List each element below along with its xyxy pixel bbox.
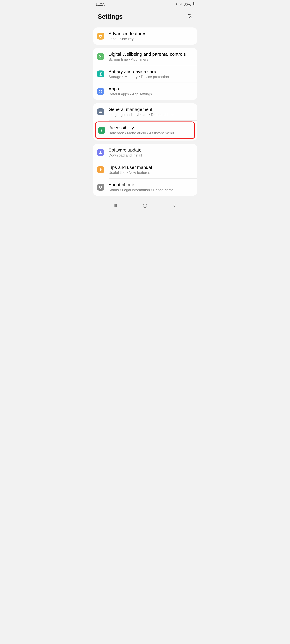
signal-icon [179, 2, 183, 7]
settings-item-text: General management Language and keyboard… [109, 107, 193, 117]
svg-rect-10 [100, 36, 101, 36]
item-title: General management [109, 107, 193, 112]
accessibility-icon [98, 127, 105, 134]
settings-item-text: Digital Wellbeing and parental controls … [109, 52, 193, 62]
status-right: 86% [175, 2, 194, 7]
status-bar: 11:25 86% [92, 0, 198, 8]
item-subtitle: Labs • Side key [109, 37, 193, 41]
update-icon [97, 149, 104, 156]
svg-rect-2 [181, 4, 181, 5]
settings-item-advanced-features[interactable]: Advanced features Labs • Side key [93, 28, 197, 45]
svg-rect-5 [193, 2, 194, 6]
settings-group: General management Language and keyboard… [93, 103, 197, 140]
svg-rect-26 [100, 187, 101, 188]
item-title: Tips and user manual [109, 165, 193, 170]
navigation-bar [92, 199, 198, 212]
tips-icon [97, 166, 104, 173]
item-title: Advanced features [109, 31, 193, 36]
item-title: Apps [109, 86, 193, 92]
svg-point-17 [101, 92, 102, 93]
settings-item-text: Tips and user manual Useful tips • New f… [109, 165, 193, 175]
page-title: Settings [98, 13, 123, 20]
back-button[interactable] [172, 203, 178, 209]
settings-item-text: Software update Download and install [109, 148, 193, 158]
item-subtitle: Storage • Memory • Device protection [109, 75, 193, 79]
item-subtitle: Status • Legal information • Phone name [109, 188, 193, 192]
settings-item-text: Battery and device care Storage • Memory… [109, 69, 193, 79]
settings-group: Software update Download and install Tip… [93, 144, 197, 196]
item-subtitle: Download and install [109, 153, 193, 158]
svg-rect-23 [100, 171, 101, 171]
item-title: Digital Wellbeing and parental controls [109, 52, 193, 57]
svg-point-15 [101, 90, 102, 91]
battery-icon [192, 2, 194, 7]
settings-group: Digital Wellbeing and parental controls … [93, 48, 197, 100]
settings-item-tips[interactable]: Tips and user manual Useful tips • New f… [93, 161, 197, 178]
home-button[interactable] [142, 203, 148, 209]
item-subtitle: Useful tips • New features [109, 170, 193, 175]
settings-header: Settings [92, 8, 198, 26]
svg-point-13 [100, 73, 101, 74]
svg-point-16 [99, 92, 100, 93]
recents-button[interactable] [112, 203, 118, 209]
item-subtitle: Language and keyboard • Date and time [109, 112, 193, 117]
svg-point-22 [101, 128, 102, 130]
general-icon [97, 108, 104, 115]
apps-icon [97, 88, 104, 95]
svg-point-21 [101, 112, 101, 113]
svg-rect-4 [193, 2, 194, 2]
settings-item-general-management[interactable]: General management Language and keyboard… [93, 103, 197, 120]
svg-point-14 [99, 90, 100, 91]
battery-percent: 86% [183, 2, 191, 7]
settings-group: Advanced features Labs • Side key [93, 28, 197, 45]
svg-rect-30 [143, 204, 147, 208]
svg-line-7 [191, 17, 192, 18]
item-title: Software update [109, 148, 193, 152]
wifi-icon [175, 2, 178, 7]
status-time: 11:25 [96, 2, 105, 7]
item-title: Battery and device care [109, 69, 193, 74]
settings-item-software-update[interactable]: Software update Download and install [93, 144, 197, 161]
settings-item-battery-care[interactable]: Battery and device care Storage • Memory… [93, 65, 197, 82]
settings-item-text: Advanced features Labs • Side key [109, 31, 193, 41]
settings-item-about-phone[interactable]: About phone Status • Legal information •… [93, 178, 197, 196]
item-title: About phone [109, 182, 193, 187]
settings-item-apps[interactable]: Apps Default apps • App settings [93, 83, 197, 100]
search-icon[interactable] [187, 14, 192, 20]
svg-rect-1 [180, 4, 180, 5]
settings-item-text: About phone Status • Legal information •… [109, 182, 193, 192]
item-subtitle: Default apps • App settings [109, 92, 193, 96]
battery-care-icon [97, 70, 104, 78]
svg-point-19 [100, 111, 100, 112]
item-subtitle: Screen time • App timers [109, 57, 193, 62]
svg-rect-0 [179, 5, 180, 5]
item-title: Accessibility [109, 125, 192, 130]
accessibility-highlight: Accessibility TalkBack • Mono audio • As… [95, 122, 195, 139]
wellbeing-icon [97, 53, 104, 60]
settings-item-accessibility[interactable]: Accessibility TalkBack • Mono audio • As… [96, 122, 194, 138]
svg-point-25 [100, 186, 101, 187]
advanced-icon [97, 32, 104, 40]
settings-item-text: Accessibility TalkBack • Mono audio • As… [109, 125, 192, 135]
settings-item-text: Apps Default apps • App settings [109, 86, 193, 96]
item-subtitle: TalkBack • Mono audio • Assistant menu [109, 131, 192, 135]
settings-item-digital-wellbeing[interactable]: Digital Wellbeing and parental controls … [93, 48, 197, 65]
svg-rect-3 [182, 3, 182, 5]
about-icon [97, 184, 104, 190]
